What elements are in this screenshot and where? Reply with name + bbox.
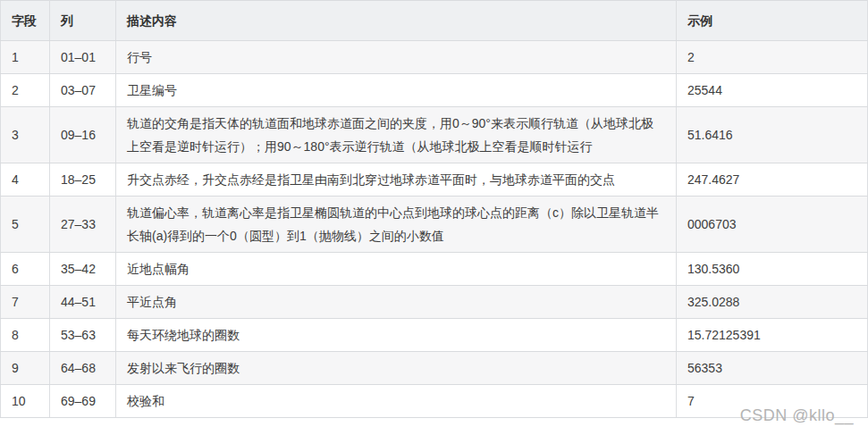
table-row: 964–68发射以来飞行的圈数56353 [1, 352, 868, 385]
cell-desc: 卫星编号 [116, 74, 677, 107]
cell-desc: 发射以来飞行的圈数 [116, 352, 677, 385]
cell-example: 25544 [677, 74, 868, 107]
cell-desc: 平近点角 [116, 286, 677, 319]
cell-desc: 升交点赤经，升交点赤经是指卫星由南到北穿过地球赤道平面时，与地球赤道平面的交点 [116, 163, 677, 197]
cell-desc: 轨道偏心率，轨道离心率是指卫星椭圆轨道的中心点到地球的球心点的距离（c）除以卫星… [116, 197, 677, 253]
table-row: 203–07卫星编号25544 [1, 74, 868, 107]
column-header-example: 示例 [677, 1, 868, 41]
cell-example: 51.6416 [677, 107, 868, 163]
cell-desc: 行号 [116, 41, 677, 74]
cell-example: 130.5360 [677, 253, 868, 286]
column-header-desc: 描述内容 [116, 1, 677, 41]
table-row: 101–01行号2 [1, 41, 868, 74]
cell-col: 18–25 [50, 163, 116, 197]
cell-example: 2 [677, 41, 868, 74]
cell-col: 27–33 [50, 197, 116, 253]
cell-col: 03–07 [50, 74, 116, 107]
cell-example: 0006703 [677, 197, 868, 253]
table-row: 744–51平近点角325.0288 [1, 286, 868, 319]
table-row: 635–42近地点幅角130.5360 [1, 253, 868, 286]
cell-col: 44–51 [50, 286, 116, 319]
column-header-col: 列 [50, 1, 116, 41]
cell-field: 1 [1, 41, 50, 74]
table-row: 309–16轨道的交角是指天体的轨道面和地球赤道面之间的夹度，用0～90°来表示… [1, 107, 868, 163]
table-row: 418–25升交点赤经，升交点赤经是指卫星由南到北穿过地球赤道平面时，与地球赤道… [1, 163, 868, 197]
cell-field: 2 [1, 74, 50, 107]
cell-desc: 每天环绕地球的圈数 [116, 319, 677, 352]
cell-example: 7 [677, 385, 868, 418]
table-row: 1069–69校验和7 [1, 385, 868, 418]
cell-desc: 近地点幅角 [116, 253, 677, 286]
table-row: 527–33轨道偏心率，轨道离心率是指卫星椭圆轨道的中心点到地球的球心点的距离（… [1, 197, 868, 253]
cell-example: 325.0288 [677, 286, 868, 319]
cell-field: 10 [1, 385, 50, 418]
cell-field: 8 [1, 319, 50, 352]
cell-field: 5 [1, 197, 50, 253]
page: 字段列描述内容示例 101–01行号2203–07卫星编号25544309–16… [0, 0, 868, 435]
cell-col: 01–01 [50, 41, 116, 74]
cell-field: 6 [1, 253, 50, 286]
cell-example: 56353 [677, 352, 868, 385]
table-body: 101–01行号2203–07卫星编号25544309–16轨道的交角是指天体的… [1, 41, 868, 418]
table-row: 853–63每天环绕地球的圈数15.72125391 [1, 319, 868, 352]
cell-example: 15.72125391 [677, 319, 868, 352]
cell-desc: 轨道的交角是指天体的轨道面和地球赤道面之间的夹度，用0～90°来表示顺行轨道（从… [116, 107, 677, 163]
table-header: 字段列描述内容示例 [1, 1, 868, 41]
cell-desc: 校验和 [116, 385, 677, 418]
cell-field: 4 [1, 163, 50, 197]
cell-col: 69–69 [50, 385, 116, 418]
cell-col: 09–16 [50, 107, 116, 163]
cell-example: 247.4627 [677, 163, 868, 197]
cell-field: 9 [1, 352, 50, 385]
table-header-row: 字段列描述内容示例 [1, 1, 868, 41]
cell-field: 7 [1, 286, 50, 319]
tle-fields-table: 字段列描述内容示例 101–01行号2203–07卫星编号25544309–16… [0, 0, 868, 418]
column-header-field: 字段 [1, 1, 50, 41]
cell-col: 64–68 [50, 352, 116, 385]
cell-field: 3 [1, 107, 50, 163]
cell-col: 35–42 [50, 253, 116, 286]
cell-col: 53–63 [50, 319, 116, 352]
